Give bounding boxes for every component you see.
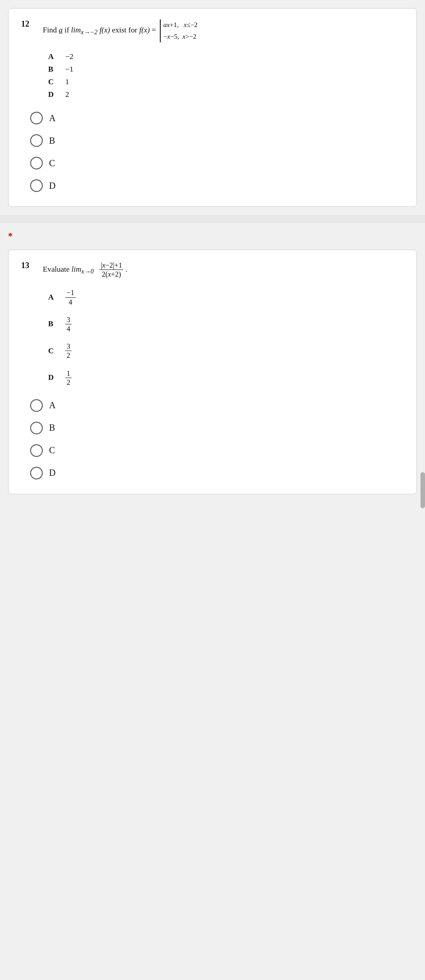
- q12-radio-d[interactable]: D: [30, 179, 404, 192]
- q13-radio-circle-d[interactable]: [30, 467, 43, 479]
- q12-radio-label-c: C: [49, 158, 55, 169]
- q13-radio-label-d: D: [49, 468, 55, 478]
- q12-radio-circle-a[interactable]: [30, 112, 43, 124]
- q13-fraction: |x−2|+1 2(x+2): [99, 261, 124, 278]
- q13-radio-circle-a[interactable]: [30, 399, 43, 412]
- question-12-number: 12: [21, 19, 35, 29]
- q13-choice-c: C 3 2: [48, 342, 404, 360]
- q12-choice-c: C 1: [48, 77, 404, 87]
- q12-radio-label-d: D: [49, 181, 55, 191]
- q12-answer-choices: A −2 B −1 C 1 D 2: [48, 52, 404, 99]
- q13-choice-b: B 3 4: [48, 315, 404, 333]
- q13-radio-circle-c[interactable]: [30, 444, 43, 457]
- q12-radio-circle-d[interactable]: [30, 179, 43, 192]
- question-12-text: Find a if limx→−2 f(x) exist for f(x) = …: [43, 19, 198, 42]
- q12-radio-label-b: B: [49, 136, 55, 146]
- scrollbar[interactable]: [420, 472, 425, 508]
- required-star: *: [8, 231, 425, 242]
- q12-piecewise: ax+1, x≤−2 −x−5, x>−2: [160, 19, 198, 42]
- question-12-header: 12 Find a if limx→−2 f(x) exist for f(x)…: [21, 19, 404, 42]
- question-13-number: 13: [21, 261, 35, 270]
- q13-radio-label-a: A: [49, 400, 55, 410]
- q12-limit-notation: limx→−2: [71, 24, 98, 37]
- q13-choice-d: D 1 2: [48, 369, 404, 387]
- q12-choice-d: D 2: [48, 90, 404, 99]
- q13-radio-b[interactable]: B: [30, 422, 404, 434]
- question-13-header: 13 Evaluate limx→0 |x−2|+1 2(x+2) .: [21, 261, 404, 278]
- q13-radio-a[interactable]: A: [30, 399, 404, 412]
- q13-limit-notation: limx→0: [72, 263, 94, 277]
- question-13-text: Evaluate limx→0 |x−2|+1 2(x+2) .: [43, 261, 127, 278]
- q13-radio-d[interactable]: D: [30, 467, 404, 479]
- q12-radio-options: A B C D: [30, 112, 404, 192]
- q12-radio-c[interactable]: C: [30, 157, 404, 169]
- q12-radio-label-a: A: [49, 113, 55, 123]
- q13-radio-label-b: B: [49, 423, 55, 433]
- q13-radio-circle-b[interactable]: [30, 422, 43, 434]
- q12-radio-circle-c[interactable]: [30, 157, 43, 169]
- section-divider: [0, 215, 425, 223]
- q13-choice-a: A −1 4: [48, 288, 404, 306]
- question-12-card: 12 Find a if limx→−2 f(x) exist for f(x)…: [8, 8, 417, 207]
- q12-choice-b: B −1: [48, 65, 404, 74]
- q13-radio-c[interactable]: C: [30, 444, 404, 457]
- question-13-card: 13 Evaluate limx→0 |x−2|+1 2(x+2) . A −1…: [8, 250, 417, 494]
- q12-radio-a[interactable]: A: [30, 112, 404, 124]
- q12-choice-a: A −2: [48, 52, 404, 61]
- q13-radio-label-c: C: [49, 445, 55, 456]
- q13-radio-options: A B C D: [30, 399, 404, 479]
- q12-radio-b[interactable]: B: [30, 134, 404, 147]
- q12-radio-circle-b[interactable]: [30, 134, 43, 147]
- q13-answer-choices: A −1 4 B 3 4 C 3 2 D 1 2: [48, 288, 404, 387]
